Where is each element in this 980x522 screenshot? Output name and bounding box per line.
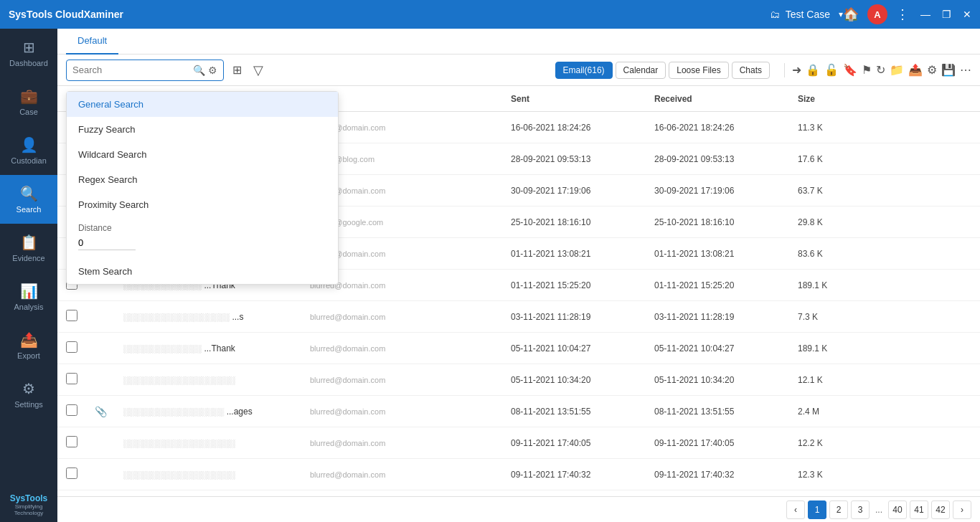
proximity-input[interactable] bbox=[78, 236, 136, 250]
search-type-wildcard[interactable]: Wildcard Search bbox=[67, 142, 338, 167]
table-row[interactable]: ░░░░░░░░░░░░░░░░ ...l with blurred@googl… bbox=[57, 490, 980, 496]
search-type-fuzzy[interactable]: Fuzzy Search bbox=[67, 117, 338, 142]
save-icon[interactable]: 💾 bbox=[941, 63, 956, 77]
page-ellipsis: ... bbox=[872, 505, 885, 515]
bookmark-icon[interactable]: 🔖 bbox=[843, 63, 857, 77]
action-icons: ➜ 🔒 🔓 🔖 ⚑ ↻ 📁 📤 ⚙ 💾 ⋯ bbox=[781, 63, 971, 77]
sidebar-item-label: Custodian bbox=[11, 156, 47, 165]
proximity-label: Distance bbox=[78, 223, 326, 233]
sidebar-item-label: Case bbox=[19, 108, 38, 116]
sidebar-item-label: Analysis bbox=[14, 303, 44, 311]
menu-icon[interactable]: ⋮ bbox=[896, 6, 909, 22]
page-3-button[interactable]: 3 bbox=[851, 500, 870, 519]
app-body: ⊞ Dashboard 💼 Case 👤 Custodian 🔍 Search … bbox=[0, 29, 980, 522]
page-41-button[interactable]: 41 bbox=[910, 500, 928, 519]
unlock-icon[interactable]: 🔓 bbox=[824, 63, 839, 77]
main-content: Default 🔍 ⚙ General Search Fuzzy Searc bbox=[57, 29, 980, 522]
sidebar-item-label: Evidence bbox=[12, 254, 44, 262]
proximity-section: Distance bbox=[67, 217, 338, 259]
folder-icon[interactable]: 📁 bbox=[890, 63, 904, 77]
sidebar-item-label: Search bbox=[17, 205, 42, 214]
page-next-button[interactable]: › bbox=[953, 500, 971, 519]
search-icon: 🔍 bbox=[20, 185, 38, 202]
search-type-general[interactable]: General Search bbox=[67, 92, 338, 117]
layout-toggle-button[interactable]: ⊞ bbox=[230, 60, 245, 80]
sidebar-item-search[interactable]: 🔍 Search bbox=[0, 175, 57, 224]
refresh-icon[interactable]: ↻ bbox=[876, 63, 885, 77]
logo-text: SysTools bbox=[6, 493, 52, 503]
search-input[interactable] bbox=[72, 65, 193, 75]
row-checkbox[interactable] bbox=[66, 341, 77, 353]
type-btn-email[interactable]: Email(616) bbox=[555, 62, 613, 79]
close-button[interactable]: ✕ bbox=[963, 9, 971, 20]
search-box: 🔍 ⚙ bbox=[66, 60, 224, 81]
sidebar-item-settings[interactable]: ⚙ Settings bbox=[0, 370, 57, 419]
page-2-button[interactable]: 2 bbox=[829, 500, 848, 519]
search-submit-icon[interactable]: 🔍 bbox=[193, 65, 205, 76]
minimize-button[interactable]: — bbox=[920, 9, 930, 20]
settings-icon: ⚙ bbox=[22, 380, 35, 397]
search-dropdown-menu: General Search Fuzzy Search Wildcard Sea… bbox=[66, 91, 339, 285]
forward-icon[interactable]: ➜ bbox=[792, 63, 801, 77]
tab-default[interactable]: Default bbox=[66, 29, 118, 54]
analysis-icon: 📊 bbox=[20, 283, 38, 300]
gear-icon[interactable]: ⚙ bbox=[927, 63, 937, 77]
sidebar-item-label: Dashboard bbox=[9, 59, 48, 67]
row-checkbox[interactable] bbox=[66, 373, 77, 384]
search-type-proximity[interactable]: Proximity Search bbox=[67, 192, 338, 217]
page-40-button[interactable]: 40 bbox=[888, 500, 907, 519]
table-row[interactable]: ░░░░░░░░░░░░░░░░░░░░ blurred@domain.com … bbox=[57, 427, 980, 459]
custodian-icon: 👤 bbox=[20, 136, 38, 153]
table-row[interactable]: ░░░░░░░░░░░░░░░░░░░░ blurred@domain.com … bbox=[57, 364, 980, 396]
search-settings-icon[interactable]: ⚙ bbox=[208, 65, 217, 76]
sidebar: ⊞ Dashboard 💼 Case 👤 Custodian 🔍 Search … bbox=[0, 29, 57, 522]
table-row[interactable]: 📎 ░░░░░░░░░░░░░░░░░░ ...ages blurred@dom… bbox=[57, 396, 980, 427]
home-icon[interactable]: 🏠 bbox=[843, 6, 859, 22]
col-received: Received bbox=[651, 94, 795, 104]
type-btn-loose-files[interactable]: Loose Files bbox=[669, 62, 728, 79]
filter-button[interactable]: ▽ bbox=[250, 60, 266, 81]
case-icon: 💼 bbox=[20, 87, 38, 105]
pagination: ‹ 1 2 3 ... 40 41 42 › bbox=[57, 496, 980, 522]
export-icon[interactable]: 📤 bbox=[908, 63, 923, 77]
maximize-button[interactable]: ❐ bbox=[942, 9, 951, 20]
table-row[interactable]: ░░░░░░░░░░░░░░░░░░░░ blurred@domain.com … bbox=[57, 459, 980, 490]
type-btn-calendar[interactable]: Calendar bbox=[616, 62, 666, 79]
systools-logo: SysTools Simplifying Technology bbox=[0, 488, 57, 522]
logo-sub: Simplifying Technology bbox=[6, 503, 52, 516]
row-checkbox[interactable] bbox=[66, 468, 77, 479]
export-icon: 📤 bbox=[20, 331, 38, 348]
evidence-icon: 📋 bbox=[20, 234, 38, 251]
table-row[interactable]: ░░░░░░░░░░░░░░░░░░░ ...s blurred@domain.… bbox=[57, 301, 980, 333]
more-icon[interactable]: ⋯ bbox=[960, 63, 971, 77]
app-name: SysTools CloudXaminer bbox=[9, 9, 770, 20]
row-checkbox[interactable] bbox=[66, 310, 77, 321]
page-prev-button[interactable]: ‹ bbox=[786, 500, 805, 519]
title-bar: SysTools CloudXaminer 🗂 Test Case ▾ 🏠 A … bbox=[0, 0, 980, 29]
case-info: 🗂 Test Case ▾ bbox=[770, 9, 843, 20]
sidebar-item-custodian[interactable]: 👤 Custodian bbox=[0, 126, 57, 175]
table-row[interactable]: ░░░░░░░░░░░░░░ ...Thank blurred@domain.c… bbox=[57, 333, 980, 364]
search-type-stem[interactable]: Stem Search bbox=[67, 259, 338, 284]
page-1-button[interactable]: 1 bbox=[808, 500, 826, 519]
col-sent: Sent bbox=[508, 94, 651, 104]
sidebar-item-label: Export bbox=[17, 351, 40, 360]
type-btn-chats[interactable]: Chats bbox=[732, 62, 770, 79]
flag-icon[interactable]: ⚑ bbox=[862, 63, 872, 77]
sidebar-item-analysis[interactable]: 📊 Analysis bbox=[0, 272, 57, 321]
sidebar-item-export[interactable]: 📤 Export bbox=[0, 321, 57, 370]
lock-icon[interactable]: 🔒 bbox=[806, 63, 820, 77]
row-checkbox[interactable] bbox=[66, 436, 77, 447]
search-container: 🔍 ⚙ General Search Fuzzy Search Wildcard… bbox=[66, 60, 224, 81]
sidebar-item-case[interactable]: 💼 Case bbox=[0, 77, 57, 126]
page-42-button[interactable]: 42 bbox=[931, 500, 950, 519]
attachment-icon: 📎 bbox=[95, 406, 107, 417]
avatar[interactable]: A bbox=[867, 4, 887, 24]
sidebar-item-label: Settings bbox=[14, 400, 43, 409]
search-type-regex[interactable]: Regex Search bbox=[67, 167, 338, 192]
window-controls: 🏠 A ⋮ — ❐ ✕ bbox=[843, 4, 971, 24]
row-checkbox[interactable] bbox=[66, 404, 77, 416]
type-buttons: Email(616) Calendar Loose Files Chats bbox=[555, 62, 770, 79]
sidebar-item-evidence[interactable]: 📋 Evidence bbox=[0, 224, 57, 272]
sidebar-item-dashboard[interactable]: ⊞ Dashboard bbox=[0, 29, 57, 77]
